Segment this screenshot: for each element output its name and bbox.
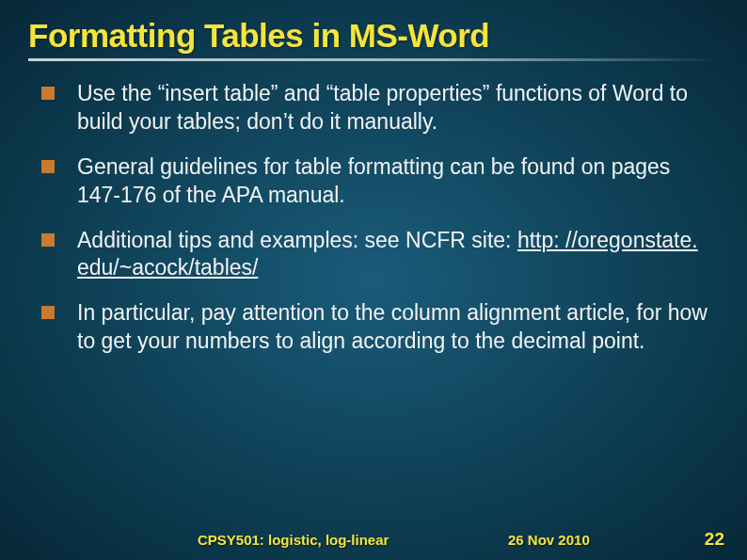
slide: Formatting Tables in MS-Word Use the “in… [0,0,747,560]
title-underline [28,58,719,61]
slide-content: Use the “insert table” and “table proper… [28,80,719,356]
bullet-item: General guidelines for table formatting … [41,153,709,210]
bullet-item: In particular, pay attention to the colu… [41,299,709,356]
footer-left: CPSY501: logistic, log-linear [198,532,389,548]
bullet-icon [41,233,55,247]
bullet-text: Additional tips and examples: see NCFR s… [77,227,709,283]
bullet-icon [41,87,55,100]
bullet-item: Use the “insert table” and “table proper… [41,80,709,136]
slide-number: 22 [705,529,724,550]
bullet-icon [41,306,55,319]
bullet-icon [41,160,55,173]
bullet-text: General guidelines for table formatting … [77,153,709,210]
footer-date: 26 Nov 2010 [508,532,590,548]
bullet-text: In particular, pay attention to the colu… [77,299,709,356]
bullet-text: Use the “insert table” and “table proper… [77,80,709,136]
bullet-text-prefix: Additional tips and examples: see NCFR s… [77,228,517,252]
slide-title: Formatting Tables in MS-Word [28,17,719,55]
bullet-item: Additional tips and examples: see NCFR s… [41,227,709,283]
